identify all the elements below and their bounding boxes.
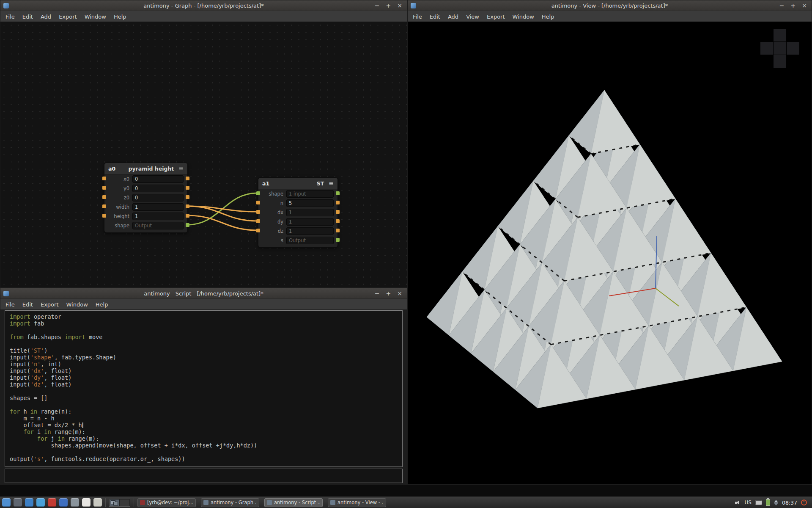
row-input-x0[interactable]: 0 <box>132 175 184 183</box>
port-a0-width-out[interactable] <box>186 204 189 208</box>
maximize-icon[interactable]: + <box>386 290 391 296</box>
document-icon[interactable] <box>82 498 91 507</box>
row-input-shape[interactable]: 1 input <box>286 190 334 198</box>
port-a0-x0-out[interactable] <box>186 177 189 180</box>
node-titlebar[interactable]: a0pyramid height≡ <box>104 163 187 174</box>
menu-export[interactable]: Export <box>483 14 509 20</box>
menu-window[interactable]: Window <box>509 14 538 20</box>
show-desktop-icon[interactable] <box>93 498 102 507</box>
pager-desktop-2[interactable] <box>120 500 129 506</box>
browser-icon[interactable] <box>25 498 33 507</box>
network-icon[interactable] <box>774 500 778 505</box>
script-titlebar[interactable]: antimony - Script - [/home/yrb/projects/… <box>0 288 407 299</box>
node-menu-icon[interactable]: ≡ <box>178 166 184 171</box>
globe-icon[interactable] <box>36 498 45 507</box>
file-manager-icon[interactable] <box>14 498 22 507</box>
menu-add[interactable]: Add <box>37 14 55 20</box>
taskbar-window-button[interactable]: [yrb@dev: ~/proj... <box>137 498 196 507</box>
port-a1-shape-out[interactable] <box>336 191 340 195</box>
port-a0-z0-in[interactable] <box>102 195 106 199</box>
row-input-z0[interactable]: 0 <box>132 194 184 202</box>
display-icon[interactable] <box>71 498 79 507</box>
menu-help[interactable]: Help <box>538 14 558 20</box>
port-a0-height-in[interactable] <box>102 214 106 218</box>
menu-edit[interactable]: Edit <box>426 14 444 20</box>
row-input-shape[interactable]: Output <box>132 222 184 229</box>
port-a0-width-in[interactable] <box>102 204 106 208</box>
minimize-icon[interactable]: − <box>375 290 380 296</box>
row-input-height[interactable]: 1 <box>132 213 184 220</box>
row-input-y0[interactable]: 0 <box>132 185 184 192</box>
port-a1-shape-in[interactable] <box>256 191 260 195</box>
minimize-icon[interactable]: − <box>779 3 785 8</box>
port-a0-z0-out[interactable] <box>186 195 189 199</box>
menu-file[interactable]: File <box>409 14 426 20</box>
script-editor[interactable]: import operatorimport fab from fab.shape… <box>5 310 403 467</box>
graph-canvas[interactable]: a0pyramid height≡x00y00z00width1height1s… <box>0 22 407 287</box>
keyboard-layout-label[interactable]: US <box>745 500 752 505</box>
port-a1-dz-in[interactable] <box>256 229 260 232</box>
row-input-dy[interactable]: 1 <box>286 218 334 226</box>
menu-window[interactable]: Window <box>81 14 110 20</box>
view-nav-button[interactable] <box>774 55 786 68</box>
menu-window[interactable]: Window <box>63 301 92 308</box>
port-a1-s-out[interactable] <box>336 238 340 242</box>
port-a1-dx-in[interactable] <box>256 210 260 214</box>
taskbar-window-button[interactable]: antimony - Graph ... <box>201 498 259 507</box>
view-3d-canvas[interactable] <box>408 22 812 484</box>
row-input-dz[interactable]: 1 <box>286 227 334 235</box>
menu-export[interactable]: Export <box>37 301 63 308</box>
battery-icon[interactable] <box>766 499 770 506</box>
menu-export[interactable]: Export <box>55 14 81 20</box>
clock[interactable]: 08:37 <box>782 500 797 506</box>
menu-file[interactable]: File <box>2 301 19 308</box>
port-a0-y0-in[interactable] <box>102 186 106 190</box>
graph-node-a0[interactable]: a0pyramid height≡x00y00z00width1height1s… <box>104 163 188 233</box>
maximize-icon[interactable]: + <box>791 3 796 8</box>
view-titlebar[interactable]: antimony - View - [/home/yrb/projects/at… <box>408 0 812 11</box>
window-icon[interactable] <box>3 3 9 8</box>
view-3d-viewport[interactable] <box>408 22 812 484</box>
graph-node-a1[interactable]: a1ST≡shape1 inputn5dx1dy1dz1sOutput <box>258 177 338 248</box>
close-icon[interactable]: × <box>397 290 402 296</box>
minimize-icon[interactable]: − <box>375 3 380 8</box>
port-a0-y0-out[interactable] <box>186 186 189 190</box>
port-a1-dx-out[interactable] <box>336 210 340 214</box>
menu-help[interactable]: Help <box>92 301 112 308</box>
menu-add[interactable]: Add <box>444 14 462 20</box>
view-nav-button[interactable] <box>774 29 786 41</box>
menu-view[interactable]: View <box>462 14 483 20</box>
port-a0-height-out[interactable] <box>186 214 189 218</box>
port-a1-n-out[interactable] <box>336 201 340 204</box>
view-nav-button[interactable] <box>787 42 799 55</box>
port-a0-shape-out[interactable] <box>186 223 189 227</box>
pager-desktop-1[interactable] <box>110 500 119 506</box>
settings-icon[interactable] <box>59 498 68 507</box>
row-input-dx[interactable]: 1 <box>286 209 334 216</box>
menu-edit[interactable]: Edit <box>19 301 37 308</box>
graph-titlebar[interactable]: antimony - Graph - [/home/yrb/projects/a… <box>0 0 407 11</box>
view-nav-button[interactable] <box>774 42 786 55</box>
power-icon[interactable] <box>801 500 807 505</box>
package-icon[interactable] <box>48 498 56 507</box>
port-a1-dy-out[interactable] <box>336 219 340 223</box>
node-menu-icon[interactable]: ≡ <box>329 180 334 186</box>
port-a1-dz-out[interactable] <box>336 229 340 232</box>
menu-help[interactable]: Help <box>110 14 130 20</box>
taskbar-window-button[interactable]: antimony - Script ... <box>264 498 323 507</box>
row-input-width[interactable]: 1 <box>132 203 184 211</box>
port-a1-dy-in[interactable] <box>256 219 260 223</box>
close-icon[interactable]: × <box>802 3 807 8</box>
keyboard-icon[interactable] <box>755 500 762 505</box>
menu-file[interactable]: File <box>2 14 19 20</box>
menu-icon[interactable] <box>2 498 11 507</box>
row-input-n[interactable]: 5 <box>286 199 334 207</box>
volume-icon[interactable] <box>735 500 741 505</box>
view-nav-button[interactable] <box>760 42 773 55</box>
window-icon[interactable] <box>3 291 9 296</box>
port-a1-n-in[interactable] <box>256 201 260 204</box>
taskbar-window-button[interactable]: antimony - View - ... <box>328 498 386 507</box>
maximize-icon[interactable]: + <box>386 3 391 8</box>
menu-edit[interactable]: Edit <box>19 14 37 20</box>
row-input-s[interactable]: Output <box>286 237 334 244</box>
